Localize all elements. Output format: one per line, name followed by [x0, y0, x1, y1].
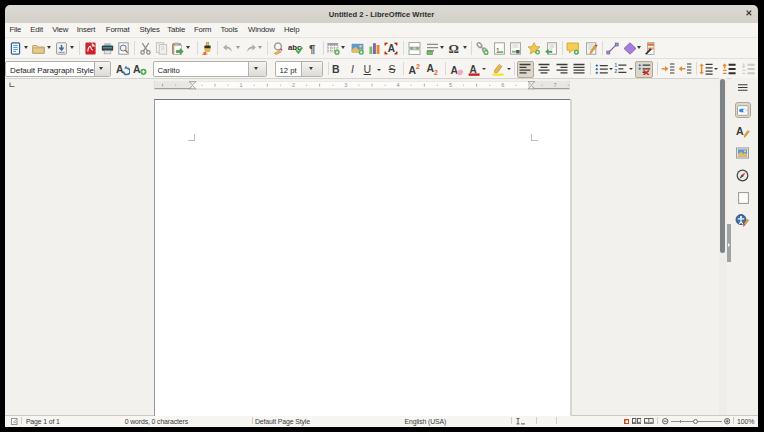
svg-text:A: A	[736, 126, 744, 138]
svg-text:1: 1	[240, 83, 243, 89]
svg-text:Ω: Ω	[449, 42, 459, 55]
svg-text:A: A	[450, 65, 458, 76]
svg-text:¶: ¶	[309, 42, 315, 54]
svg-text:A: A	[469, 63, 476, 74]
svg-text:A: A	[116, 63, 124, 74]
svg-text:A: A	[388, 43, 395, 54]
svg-text:5: 5	[449, 83, 452, 89]
svg-text:2: 2	[416, 63, 420, 70]
svg-text:6: 6	[501, 83, 504, 89]
svg-text:A: A	[133, 63, 141, 74]
svg-text:3: 3	[344, 83, 347, 89]
svg-text:2: 2	[434, 69, 438, 76]
svg-text:1: 1	[614, 63, 617, 68]
svg-text:4: 4	[397, 83, 400, 89]
svg-text:2: 2	[292, 83, 295, 89]
svg-text:7: 7	[554, 83, 557, 89]
svg-text:2: 2	[614, 69, 617, 74]
